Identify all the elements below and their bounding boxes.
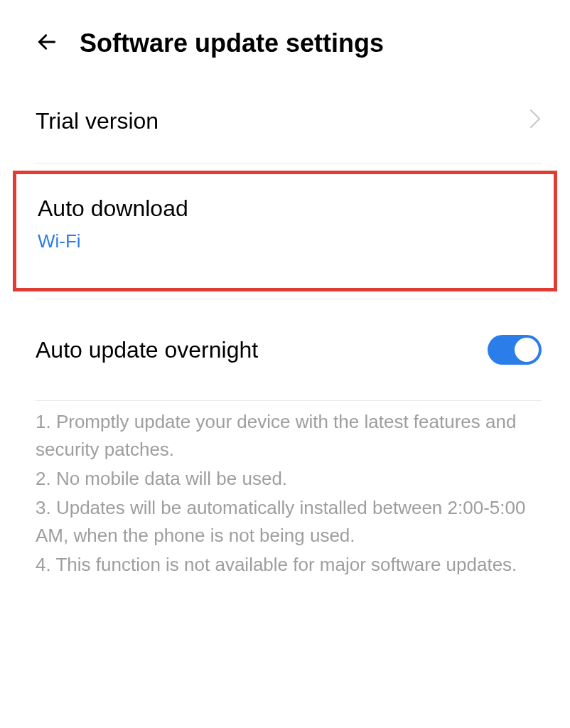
toggle-thumb	[515, 338, 539, 362]
auto-download-subtitle: Wi-Fi	[38, 230, 538, 252]
auto-update-item: Auto update overnight	[0, 299, 570, 400]
chevron-right-icon	[529, 108, 542, 134]
auto-download-title: Auto download	[38, 196, 538, 222]
note-1: 1. Promptly update your device with the …	[36, 408, 542, 464]
trial-version-content: Trial version	[36, 108, 158, 134]
header: Software update settings	[0, 0, 570, 80]
note-3: 3. Updates will be automatically install…	[36, 494, 542, 550]
divider	[36, 163, 542, 164]
trial-version-title: Trial version	[36, 108, 158, 134]
trial-version-item[interactable]: Trial version	[0, 80, 570, 163]
note-2: 2. No mobile data will be used.	[36, 465, 542, 493]
page-title: Software update settings	[80, 28, 384, 58]
auto-download-item[interactable]: Auto download Wi-Fi	[38, 196, 538, 252]
note-4: 4. This function is not available for ma…	[36, 551, 542, 579]
auto-update-title: Auto update overnight	[36, 337, 258, 363]
auto-update-toggle[interactable]	[488, 335, 542, 365]
settings-list: Trial version Auto download Wi-Fi Auto u…	[0, 80, 570, 601]
notes-section: 1. Promptly update your device with the …	[0, 401, 570, 601]
auto-download-content: Auto download Wi-Fi	[38, 196, 538, 252]
auto-download-highlight: Auto download Wi-Fi	[13, 171, 557, 291]
back-arrow-icon[interactable]	[36, 31, 58, 57]
